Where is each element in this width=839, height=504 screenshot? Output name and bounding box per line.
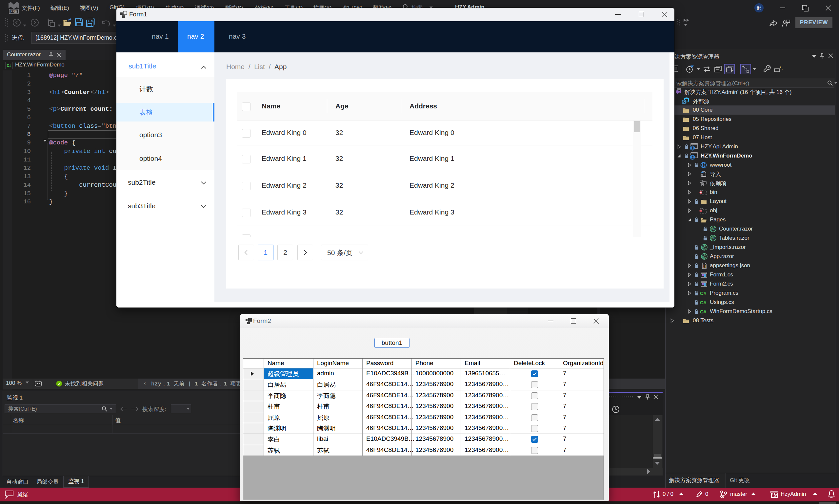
- svg-text:@: @: [711, 226, 715, 232]
- svg-text:{}: {}: [702, 264, 706, 268]
- svg-text:@: @: [702, 254, 706, 259]
- svg-text:@: @: [711, 235, 715, 241]
- svg-text:@: @: [702, 245, 706, 250]
- svg-text:PRE: PRE: [11, 10, 17, 14]
